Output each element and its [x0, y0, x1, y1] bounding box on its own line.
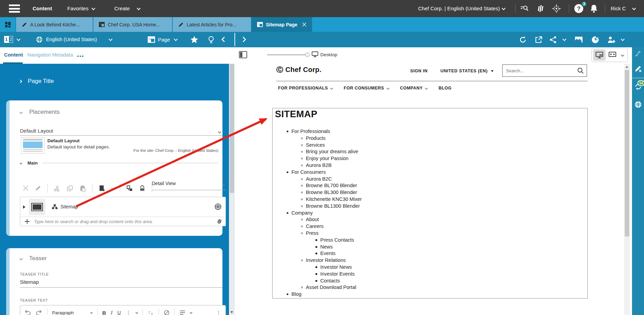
language-chevron-down-icon[interactable] [108, 37, 112, 41]
expand-right-chevron-icon[interactable] [242, 36, 246, 43]
paragraph-chevron-down-icon[interactable] [90, 311, 93, 314]
sitemap-entry[interactable]: Browne BL700 Blender [273, 182, 587, 189]
tab-latest-articles[interactable]: Latest Articles for Pro... [173, 17, 252, 32]
section-placements[interactable]: Placements [20, 109, 60, 116]
sitemap-entry[interactable]: Kitchenette KNC30 Mixer [273, 196, 587, 203]
copy-icon[interactable] [67, 185, 73, 192]
paragraph-style-select[interactable]: Paragraph [52, 310, 86, 315]
locales-globe-icon[interactable] [634, 101, 642, 108]
nav-favorites[interactable]: Favorites [67, 5, 89, 11]
formats-chevron-down-icon[interactable] [136, 311, 138, 314]
collapse-left-chevron-icon[interactable] [221, 36, 225, 43]
nav-for-consumers[interactable]: FOR CONSUMERS [344, 86, 389, 90]
notifications-bell-icon[interactable] [590, 4, 598, 13]
toolbar-overflow-icon[interactable]: ⋮ [216, 310, 221, 315]
sitemap-entry[interactable]: Services [273, 142, 587, 149]
doc-type-chevron-down-icon[interactable] [174, 37, 177, 41]
open-structure-icon[interactable] [126, 185, 133, 192]
sign-in-link[interactable]: SIGN IN [410, 69, 428, 73]
locate-icon[interactable] [552, 4, 561, 13]
bookmark-star-icon[interactable] [190, 36, 198, 44]
tab-chef-corp-home[interactable]: Chef Corp. USA Home... [93, 17, 173, 32]
teaser-title-input[interactable] [20, 279, 222, 285]
more-formats-icon[interactable]: ⋮ [126, 310, 131, 315]
sitemap-entry[interactable]: Browne BL300 Blender [273, 189, 587, 196]
sitemap-entry[interactable]: Aurora B2C [273, 176, 587, 183]
version-selector[interactable]: 1 2 [4, 36, 13, 43]
preview-sidebar-toggle-icon[interactable] [239, 51, 247, 58]
dashboard-tab[interactable] [0, 17, 16, 32]
scroll-up-arrow-icon[interactable] [625, 66, 628, 68]
edit-pencil-icon[interactable] [35, 185, 41, 191]
open-in-new-icon[interactable] [535, 36, 542, 44]
slider-knob[interactable] [305, 52, 310, 57]
sitemap-entry[interactable]: Events [273, 250, 587, 257]
hamburger-menu-icon[interactable] [9, 4, 20, 13]
site-selector-chevron-down-icon[interactable] [502, 6, 505, 10]
preview-scrollbar[interactable] [624, 64, 630, 315]
layout-select-chevron-down-icon[interactable] [218, 130, 221, 134]
nav-company[interactable]: COMPANY [400, 86, 427, 90]
preview-mode-desktop-button[interactable] [593, 49, 606, 61]
favorites-chevron-down-icon[interactable] [91, 6, 95, 10]
layout-select[interactable]: Default Layout [20, 128, 53, 134]
delete-icon[interactable] [23, 185, 29, 191]
expand-triangle-icon[interactable] [23, 205, 25, 209]
sitemap-entry[interactable]: Browne BL1300 Blender [273, 203, 587, 210]
view-mode-select[interactable]: Detail View [152, 181, 226, 190]
underline-button[interactable]: U [117, 310, 121, 315]
site-search-input[interactable] [506, 65, 575, 76]
nav-create[interactable]: Create [114, 5, 130, 11]
preview-mode-responsive-button[interactable] [606, 49, 619, 61]
site-search-box[interactable] [502, 64, 587, 77]
sitemap-entry[interactable]: Enjoy your Passion [273, 155, 587, 162]
close-icon[interactable] [302, 22, 307, 27]
clear-formatting-icon[interactable]: T [148, 310, 154, 315]
add-document-icon[interactable] [99, 185, 105, 192]
sitemap-entry[interactable]: News [273, 244, 587, 251]
nav-blog[interactable]: BLOG [438, 86, 451, 90]
annotate-disabled-pencil-icon[interactable] [634, 50, 642, 57]
device-width-slider[interactable] [267, 54, 308, 55]
sitemap-entry[interactable]: Bring your dreams alive [273, 148, 587, 155]
scrollbar-thumb[interactable] [230, 64, 234, 193]
user-settings-icon[interactable] [607, 36, 616, 44]
lightbulb-icon[interactable] [208, 36, 215, 44]
doc-type-selector[interactable]: Page [158, 37, 170, 43]
link-icon[interactable] [164, 310, 170, 315]
time-travel-clock-icon[interactable] [591, 36, 599, 44]
create-chevron-down-icon[interactable] [137, 6, 140, 10]
site-logo[interactable]: Ⓒ Chef Corp. [276, 65, 321, 74]
bold-button[interactable]: B [102, 310, 106, 315]
sitemap-entry[interactable]: Company [273, 210, 587, 217]
search-magnifier-icon[interactable] [577, 67, 584, 74]
content-drop-search-input[interactable] [34, 218, 199, 225]
lock-layout-icon[interactable] [139, 185, 146, 192]
section-teaser[interactable]: Teaser [20, 255, 47, 262]
sitemap-entry[interactable]: Press [273, 230, 587, 237]
add-chevron-down-icon[interactable] [111, 187, 114, 190]
sitemap-entry[interactable]: Investor Events [273, 271, 587, 278]
nav-for-professionals[interactable]: FOR PROFESSIONALS [278, 86, 333, 90]
align-chevron-down-icon[interactable] [189, 311, 192, 314]
country-selector[interactable]: UNITED STATES (EN) [440, 69, 494, 73]
sitemap-entry[interactable]: Blog [273, 291, 587, 298]
tab-metadata[interactable]: Metadata [52, 52, 73, 58]
share-icon[interactable] [549, 36, 557, 44]
sitemap-entry[interactable]: About [273, 216, 587, 223]
sitemap-entry[interactable]: Investor Relations [273, 257, 587, 264]
nav-content[interactable]: Content [33, 5, 52, 11]
placement-item-sitemap[interactable]: Sitemap [20, 197, 226, 217]
version-chevron-down-icon[interactable] [16, 37, 20, 41]
form-scrollbar[interactable] [229, 64, 235, 315]
sitemap-entry[interactable]: Aurora B2B [273, 162, 587, 169]
sitemap-entry[interactable]: For Professionals [273, 128, 587, 135]
sitemap-entry[interactable]: Press Contacts [273, 237, 587, 244]
share-chevron-down-icon[interactable] [562, 37, 566, 41]
sitemap-entry[interactable]: Careers [273, 223, 587, 230]
tab-a-look-behind[interactable]: A Look Behind Kitche... [16, 17, 93, 32]
media-preview-icon[interactable] [575, 36, 583, 43]
reload-preview-icon[interactable] [519, 36, 527, 44]
italic-button[interactable]: I [111, 310, 113, 315]
item-locale-globe-icon[interactable] [215, 203, 221, 210]
